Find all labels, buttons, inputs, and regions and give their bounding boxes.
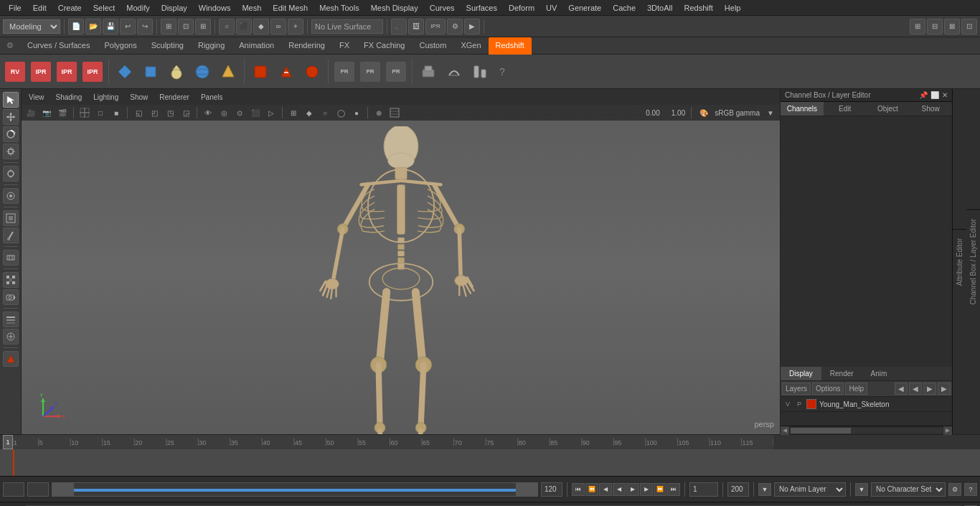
universal-manip-btn[interactable] <box>3 166 19 182</box>
menu-generate[interactable]: Generate <box>562 2 607 14</box>
shelf-tab-sculpting[interactable]: Sculpting <box>144 37 191 55</box>
shelf-icon-geo4[interactable] <box>190 59 215 85</box>
new-scene-btn[interactable]: 📄 <box>68 19 84 34</box>
select-tool-btn[interactable] <box>3 92 19 108</box>
open-scene-btn[interactable]: 📂 <box>85 19 101 34</box>
menu-create[interactable]: Create <box>52 2 88 14</box>
channel-tab-edit[interactable]: Edit <box>824 102 867 116</box>
vp-icon-env[interactable]: ○ <box>319 106 331 119</box>
paint-btn[interactable]: ⬛ <box>236 19 252 34</box>
layer-sub-tab-help[interactable]: Help <box>845 383 867 395</box>
vp-colorspace-icon[interactable]: 🎨 <box>697 106 710 119</box>
menu-uv[interactable]: UV <box>540 2 562 14</box>
layer-prev-btn[interactable]: ◀ <box>895 383 908 395</box>
layer-scroll-thumb[interactable] <box>791 428 851 434</box>
vp-icon-occ[interactable]: ◆ <box>303 106 316 119</box>
layer-visibility[interactable]: V <box>783 400 792 408</box>
channel-tab-object[interactable]: Object <box>867 102 910 116</box>
component-btn[interactable] <box>3 210 19 226</box>
layout-btn4[interactable]: ⊡ <box>961 19 977 34</box>
layer-tab-anim[interactable]: Anim <box>862 367 896 380</box>
menu-windows[interactable]: Windows <box>193 2 237 14</box>
layer-tab-display[interactable]: Display <box>781 367 821 380</box>
pc-play-fwd[interactable]: ▶ <box>626 483 639 496</box>
shelf-icon-geo3[interactable] <box>164 59 189 85</box>
vp-icon-shadow[interactable]: ● <box>350 106 363 119</box>
menu-deform[interactable]: Deform <box>503 2 540 14</box>
vp-icon-solid[interactable]: ■ <box>110 106 123 119</box>
shelf-tab-redshift[interactable]: Redshift <box>489 37 532 55</box>
undo-btn[interactable]: ↩ <box>120 19 136 34</box>
shelf-icon-geo2[interactable] <box>138 59 163 85</box>
menu-mesh[interactable]: Mesh <box>236 2 267 14</box>
layer-playback[interactable]: P <box>795 400 804 408</box>
timeline-track[interactable] <box>0 449 980 476</box>
scale-tool-btn[interactable] <box>3 144 19 159</box>
layer-scroll-left[interactable]: ◀ <box>781 426 789 435</box>
layout-btn3[interactable]: ⊠ <box>944 19 960 34</box>
shelf-tab-rendering[interactable]: Rendering <box>281 37 332 55</box>
vp-icon-grid[interactable] <box>78 106 91 119</box>
current-frame-indicator[interactable]: 1 <box>3 435 13 449</box>
shelf-icon-util1[interactable] <box>416 59 440 85</box>
char-set-arrow[interactable]: ▼ <box>855 483 868 496</box>
layer-prev2-btn[interactable]: ◀ <box>909 383 922 395</box>
shelf-tab-polygons[interactable]: Polygons <box>97 37 143 55</box>
shelf-icon-util4[interactable]: ? <box>494 59 518 85</box>
menu-select[interactable]: Select <box>88 2 121 14</box>
vp-icon-cam1[interactable]: 🎥 <box>24 106 37 119</box>
layer-tab-render[interactable]: Render <box>821 367 862 380</box>
shelf-icon-ipr2[interactable]: IPR <box>55 59 79 85</box>
smart-select-btn[interactable]: ◆ <box>253 19 269 34</box>
create-set-btn[interactable] <box>3 329 19 345</box>
ipr-btn[interactable]: IPR <box>425 19 446 34</box>
anim-layer-selector[interactable]: No Anim Layer <box>774 482 846 497</box>
shelf-icon-pr3[interactable]: PR <box>384 59 408 85</box>
timeline-ruler[interactable]: 1 <box>0 435 980 449</box>
vp-icon-twoside[interactable]: ⊙ <box>233 106 246 119</box>
menu-3dtoall[interactable]: 3DtoAll <box>641 2 678 14</box>
layer-scrollbar[interactable]: ◀ ▶ <box>781 426 952 434</box>
workspace-selector[interactable]: Modeling <box>3 19 60 34</box>
menu-display[interactable]: Display <box>156 2 193 14</box>
right-panel-pin-icon[interactable]: 📌 <box>919 91 928 99</box>
layout-btn1[interactable]: ⊞ <box>910 19 925 34</box>
layer-next-btn[interactable]: ▶ <box>923 383 936 395</box>
vp-icon-shading1[interactable]: ◱ <box>132 106 145 119</box>
menu-cache[interactable]: Cache <box>607 2 641 14</box>
shelf-gear-icon[interactable]: ⚙ <box>3 39 17 53</box>
shelf-tab-xgen[interactable]: XGen <box>453 37 488 55</box>
menu-redshift[interactable]: Redshift <box>678 2 718 14</box>
shelf-tab-fx[interactable]: FX <box>332 37 357 55</box>
menu-surfaces[interactable]: Surfaces <box>461 2 503 14</box>
vp-menu-renderer[interactable]: Renderer <box>155 93 194 102</box>
shelf-tab-custom[interactable]: Custom <box>413 37 454 55</box>
shelf-tab-rigging[interactable]: Rigging <box>191 37 232 55</box>
shelf-icon-ipr[interactable]: IPR <box>29 59 53 85</box>
shelf-icon-red1[interactable] <box>248 59 273 85</box>
soft-select-btn[interactable] <box>3 188 19 204</box>
shelf-tab-curves-surfaces[interactable]: Curves / Surfaces <box>20 37 97 55</box>
render-seq-btn[interactable]: ▶ <box>464 19 480 34</box>
viewport-content[interactable]: X Y Z persp <box>22 105 780 434</box>
layer-scroll-track[interactable] <box>791 428 942 434</box>
shelf-icon-red3[interactable] <box>300 59 324 85</box>
vp-icon-gate[interactable]: ⊞ <box>287 106 300 119</box>
vp-icon-shading2[interactable]: ◰ <box>148 106 161 119</box>
shelf-icon-util3[interactable] <box>468 59 492 85</box>
vp-icon-xray[interactable]: ◎ <box>217 106 230 119</box>
shelf-icon-red2[interactable] <box>274 59 298 85</box>
pc-go-start[interactable]: ⏮ <box>572 483 585 496</box>
pc-next-key[interactable]: ▶ <box>640 483 653 496</box>
vp-icon-hud[interactable]: ⊕ <box>372 106 385 119</box>
shelf-tab-fx-caching[interactable]: FX Caching <box>357 37 412 55</box>
vp-menu-lighting[interactable]: Lighting <box>89 93 123 102</box>
layout-btn2[interactable]: ⊟ <box>927 19 943 34</box>
vp-menu-shading[interactable]: Shading <box>52 93 87 102</box>
anim-layer-arrow[interactable]: ▼ <box>758 483 771 496</box>
shelf-icon-pr1[interactable]: PR <box>332 59 357 85</box>
right-side-tab-attribute[interactable]: Attribute Editor <box>953 229 966 294</box>
range-end-handle[interactable] <box>516 483 537 496</box>
right-panel-close-icon[interactable]: ✕ <box>942 91 948 99</box>
vp-menu-panels[interactable]: Panels <box>197 93 227 102</box>
